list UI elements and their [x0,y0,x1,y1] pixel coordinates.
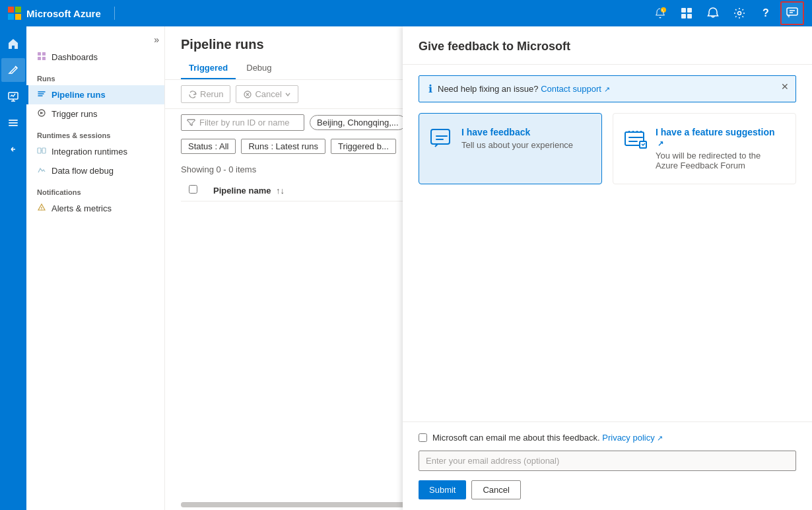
feedback-chat-icon [430,128,454,157]
sidebar-item-data-flow-debug[interactable]: Data flow debug [26,161,164,180]
notification-badge-icon[interactable]: 3 [648,1,672,25]
pipeline-name-sort-icon: ↑↓ [276,186,285,196]
bell-icon[interactable] [701,1,725,25]
sidebar-item-pipeline-runs[interactable]: Pipeline runs [26,85,164,104]
topnav-icons: 3 ? [648,1,804,25]
brand-logo[interactable]: Microsoft Azure [8,7,101,20]
svg-rect-21 [38,148,41,153]
triggered-chip[interactable]: Triggered b... [331,139,396,154]
rail-collapse-icon[interactable] [1,137,25,161]
privacy-external-icon: ↗ [657,434,663,442]
sidebar-item-trigger-runs[interactable]: Trigger runs [26,104,164,124]
sidebar-item-dashboards[interactable]: Dashboards [26,48,164,67]
settings-icon[interactable] [727,1,751,25]
svg-rect-9 [687,14,692,18]
email-consent-checkbox[interactable] [419,433,427,442]
suggestion-external-icon: ↗ [658,139,663,147]
trigger-runs-icon [37,108,46,120]
feedback-card-suggestion-content: I have a feature suggestion ↗ You will b… [656,127,785,170]
info-text: Need help fixing an issue? [438,84,539,94]
feedback-panel: Give feedback to Microsoft ℹ Need help f… [403,26,812,510]
contact-support-link[interactable]: Contact support ↗ [541,84,609,94]
svg-rect-13 [9,120,18,121]
feedback-card-feedback-content: I have feedback Tell us about your exper… [461,127,573,150]
runtimes-section-label: Runtimes & sessions [26,124,164,142]
dashboards-label: Dashboards [51,52,98,62]
top-navigation: Microsoft Azure 3 [0,0,812,26]
runs-section-label: Runs [26,67,164,85]
rail-monitor-icon[interactable] [1,85,25,108]
feedback-title: Give feedback to Microsoft [419,40,796,54]
data-flow-debug-icon [37,165,46,176]
cancel-feedback-button[interactable]: Cancel [471,480,520,499]
privacy-policy-link[interactable]: Privacy policy ↗ [602,433,663,443]
integration-runtimes-icon [37,146,46,157]
nav-divider [114,7,115,20]
svg-point-10 [738,12,741,15]
feedback-body: ℹ Need help fixing an issue? Contact sup… [403,65,812,421]
rail-home-icon[interactable] [1,32,25,55]
contact-support-label: Contact support [541,84,601,94]
feedback-actions: Submit Cancel [419,480,796,499]
svg-rect-3 [15,14,21,20]
feedback-card-suggestion-desc: You will be redirected to the Azure Feed… [656,151,785,170]
svg-rect-22 [42,148,46,153]
tab-debug[interactable]: Debug [238,57,279,79]
rail-manage-icon[interactable] [1,111,25,135]
email-consent-label: Microsoft can email me about this feedba… [432,433,663,443]
status-chip[interactable]: Status : All [181,139,236,154]
svg-rect-0 [8,7,14,13]
sidebar-collapse-button[interactable]: » [26,32,164,48]
rerun-icon [188,90,197,99]
feedback-card-feedback-title: I have feedback [461,127,573,137]
filter-input-container[interactable] [181,114,304,131]
svg-rect-16 [38,52,41,55]
privacy-text: Privacy policy [602,433,654,443]
runs-chip[interactable]: Runs : Latest runs [241,139,325,154]
svg-rect-6 [681,8,686,13]
cancel-button[interactable]: Cancel [236,85,298,103]
feedback-card-suggestion[interactable]: I have a feature suggestion ↗ You will b… [613,113,796,184]
sidebar-item-integration-runtimes[interactable]: Integration runtimes [26,142,164,161]
cancel-dropdown-icon [285,91,291,98]
svg-point-23 [41,209,42,210]
alerts-metrics-icon [37,203,46,214]
cancel-toolbar-icon [243,90,252,99]
sidebar-item-alerts-metrics[interactable]: Alerts & metrics [26,199,164,218]
feedback-icon[interactable] [780,1,804,25]
alerts-metrics-label: Alerts & metrics [51,203,112,213]
runs-chip-label: Runs : Latest runs [248,141,318,151]
brand-name: Microsoft Azure [26,8,101,19]
trigger-runs-label: Trigger runs [51,109,98,119]
collapse-icon[interactable]: » [154,34,159,45]
notifications-section-label: Notifications [26,180,164,199]
filter-input[interactable] [199,118,298,128]
rerun-button[interactable]: Rerun [181,85,230,103]
info-banner-icon: ℹ [428,83,432,95]
feedback-card-feedback[interactable]: I have feedback Tell us about your exper… [419,113,602,184]
sidebar: » Dashboards Runs Pipeline runs [26,26,165,510]
svg-rect-8 [681,14,686,18]
info-banner-text: Need help fixing an issue? Contact suppo… [438,84,610,94]
suggestion-title-text: I have a feature suggestion [656,127,775,137]
pipeline-runs-icon [37,89,46,100]
location-filter-chip[interactable]: Beijing, Chongqing,... [310,115,406,130]
svg-rect-14 [9,122,18,124]
checkbox-header[interactable] [181,180,205,201]
portal-icon[interactable] [675,1,698,25]
help-icon[interactable]: ? [754,1,778,25]
feedback-suggestion-icon [624,128,648,157]
status-chip-label: Status : All [188,141,228,151]
rail-author-icon[interactable] [1,58,25,82]
location-filter-label: Beijing, Chongqing,... [317,118,399,128]
select-all-checkbox[interactable] [189,185,197,194]
consent-text: Microsoft can email me about this feedba… [432,433,600,443]
tab-triggered[interactable]: Triggered [181,57,236,79]
info-banner: ℹ Need help fixing an issue? Contact sup… [419,75,796,102]
feedback-card-feedback-desc: Tell us about your experience [461,140,573,150]
submit-button[interactable]: Submit [419,480,466,499]
svg-rect-7 [687,8,692,13]
banner-close-icon[interactable]: ✕ [781,81,789,92]
email-input[interactable] [419,451,796,471]
feedback-header: Give feedback to Microsoft [403,26,812,65]
